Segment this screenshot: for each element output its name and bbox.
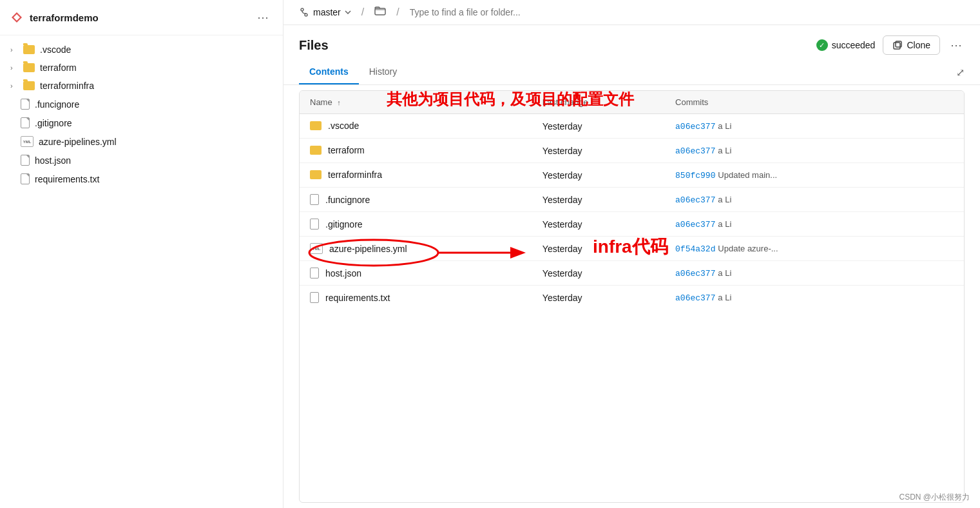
file-table-wrapper: Name ↑ Last change Commits .vscodeYester… [299,90,965,503]
sidebar-item-terraforminfra[interactable]: › terraforminfra [0,77,283,95]
repo-icon [10,11,23,24]
sidebar-item-label: requirements.txt [35,174,99,184]
file-label: .funcignore [325,195,370,205]
file-icon [310,268,319,278]
sidebar-item-label: .vscode [40,44,71,55]
last-change-cell: Yesterday [532,261,665,286]
svg-rect-5 [894,43,900,49]
sidebar-item-label: host.json [35,155,71,166]
repo-title-area: terraformdemo [10,11,99,24]
sidebar-more-button[interactable]: ⋯ [253,9,273,26]
sidebar-item-requirements[interactable]: requirements.txt [0,170,283,188]
commit-hash[interactable]: a06ec377 [675,293,715,303]
file-label: requirements.txt [325,293,390,303]
clone-icon [892,40,903,50]
commit-message: Update azure-... [718,244,778,253]
chevron-right-icon: › [10,46,18,54]
commit-hash[interactable]: 850fc990 [675,171,715,181]
sidebar-item-funcignore[interactable]: .funcignore [0,95,283,113]
sidebar-tree: › .vscode › terraform › terraforminfra .… [0,35,283,508]
branch-selector[interactable]: master [299,7,351,17]
sidebar-item-hostjson[interactable]: host.json [0,151,283,170]
file-name-cell: terraform [300,139,532,162]
sidebar-item-terraform[interactable]: › terraform [0,59,283,77]
commit-hash[interactable]: a06ec377 [675,269,715,278]
sidebar-item-label: .funcignore [35,99,79,110]
yml-icon: YML [21,136,34,147]
commit-hash[interactable]: a06ec377 [675,122,715,132]
last-change-cell: Yesterday [532,163,665,188]
sidebar-item-label: .gitignore [35,118,72,128]
file-name-cell: .gitignore [300,212,532,236]
branch-icon [299,7,309,17]
table-row[interactable]: host.jsonYesterdaya06ec377 a Li [300,261,964,286]
file-name-cell: YMLazure-pipelines.yml [300,237,532,260]
status-label: succeeded [832,40,876,50]
slash: / [396,6,399,18]
status-badge: ✓ succeeded [816,39,876,51]
file-label: host.json [325,268,361,278]
folder-icon [310,170,322,179]
file-label: .vscode [328,121,359,131]
file-name-cell: .vscode [300,114,532,137]
more-options-button[interactable]: ⋯ [948,35,965,55]
last-change-cell: Yesterday [532,114,665,139]
file-table: Name ↑ Last change Commits .vscodeYester… [300,91,964,309]
page-title: Files [299,38,329,53]
commit-message: Updated main... [718,170,777,180]
file-name-cell: requirements.txt [300,286,532,309]
main-header: Files ✓ succeeded Clone ⋯ [283,25,980,60]
file-label: terraforminfra [328,170,382,180]
commit-author: a Li [718,146,731,155]
sidebar: terraformdemo ⋯ › .vscode › terraform › … [0,0,283,508]
sidebar-item-azurepipelines[interactable]: YML azure-pipelines.yml [0,132,283,151]
commit-hash[interactable]: a06ec377 [675,195,715,205]
commit-cell: a06ec377 a Li [665,286,964,310]
file-icon [21,173,30,184]
table-row[interactable]: terraformYesterdaya06ec377 a Li [300,139,964,163]
sidebar-item-label: azure-pipelines.yml [39,137,117,147]
commit-author: a Li [718,268,731,278]
file-icon [21,117,30,128]
file-name-cell: .funcignore [300,188,532,211]
sidebar-item-label: terraform [40,63,77,73]
table-row[interactable]: YMLazure-pipelines.ymlYesterday0f54a32d … [300,237,964,261]
file-name-cell: host.json [300,261,532,285]
header-actions: ✓ succeeded Clone ⋯ [816,35,965,55]
col-commits: Commits [665,91,964,114]
branch-name: master [313,7,341,17]
commit-cell: 850fc990 Updated main... [665,163,964,188]
page-footer: CSDN @小松很努力 [899,492,970,503]
commit-hash[interactable]: a06ec377 [675,220,715,230]
table-row[interactable]: .funcignoreYesterdaya06ec377 a Li [300,188,964,212]
folder-button[interactable] [374,6,386,18]
table-row[interactable]: requirements.txtYesterdaya06ec377 a Li [300,286,964,310]
commit-hash[interactable]: a06ec377 [675,146,715,156]
col-last-change: Last change [532,91,665,114]
folder-icon [310,146,322,155]
table-row[interactable]: .gitignoreYesterdaya06ec377 a Li [300,212,964,237]
commit-hash[interactable]: 0f54a32d [675,244,715,254]
tab-contents[interactable]: Contents [299,60,359,84]
yml-icon: YML [310,243,323,254]
commit-author: a Li [718,219,731,229]
sidebar-item-vscode[interactable]: › .vscode [0,41,283,59]
file-search-input[interactable] [410,7,965,17]
clone-button[interactable]: Clone [883,35,940,55]
table-header-row: Name ↑ Last change Commits [300,91,964,114]
status-icon: ✓ [816,39,828,51]
expand-button[interactable]: ⤢ [956,66,965,79]
commit-author: a Li [718,293,731,302]
table-row[interactable]: .vscodeYesterdaya06ec377 a Li [300,114,964,139]
file-icon [21,155,30,166]
col-name: Name ↑ [300,91,532,114]
file-label: azure-pipelines.yml [329,244,407,254]
commit-cell: a06ec377 a Li [665,114,964,139]
sidebar-item-gitignore[interactable]: .gitignore [0,113,283,132]
sidebar-item-label: terraforminfra [40,81,94,91]
file-icon [310,194,319,205]
chevron-down-icon [345,10,351,14]
clone-label: Clone [907,40,930,50]
table-row[interactable]: terraforminfraYesterday850fc990 Updated … [300,163,964,188]
tab-history[interactable]: History [359,60,408,84]
